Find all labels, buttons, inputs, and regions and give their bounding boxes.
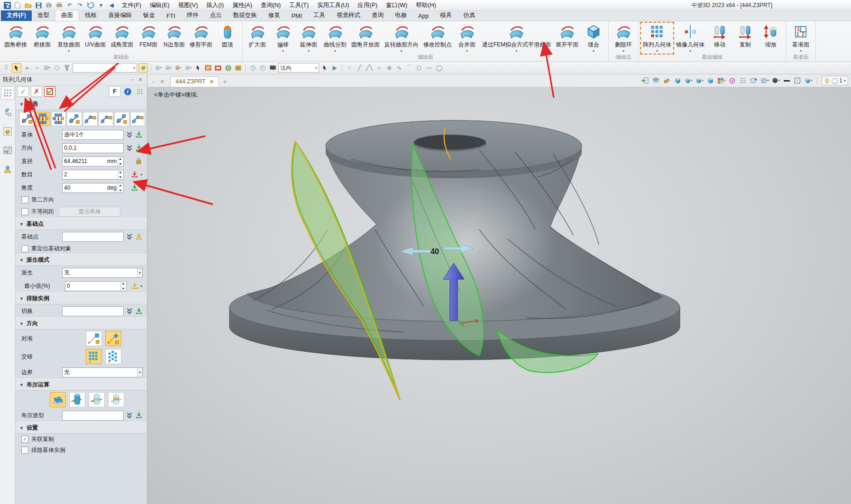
btn-trim-plane[interactable]: 修剪平面 (187, 22, 215, 54)
menu-view[interactable]: 视图(V) (174, 1, 202, 9)
angle-input[interactable] (63, 183, 107, 192)
second-direction-checkbox[interactable] (21, 196, 28, 203)
menu-window[interactable]: 窗口(W) (382, 1, 412, 9)
tab-pmi[interactable]: PMI (286, 12, 308, 21)
btn-datum-plane[interactable]: 基准面▾ (788, 22, 814, 54)
document-tab-close-icon[interactable]: ✕ (210, 79, 214, 85)
boolean-shape-pick-icon[interactable] (135, 412, 143, 419)
tab-point-cloud[interactable]: 点云 (204, 10, 228, 21)
base-field[interactable] (62, 130, 124, 140)
btn-curve-split[interactable]: 曲线分割▾ (321, 22, 349, 54)
associative-copy-checkbox[interactable]: ✓ (21, 436, 28, 443)
section-orientation[interactable]: ▼方向 (16, 318, 147, 330)
menu-utilities[interactable]: 实用工具(U) (313, 1, 353, 9)
diameter-input[interactable] (63, 157, 107, 166)
btn-fem-face[interactable]: FEM面 (136, 22, 161, 54)
angle-spinner[interactable] (118, 183, 123, 192)
line-icon[interactable]: ╱ (355, 64, 364, 72)
base-point-input[interactable] (63, 232, 123, 241)
regen-icon[interactable] (86, 1, 95, 9)
chevron-double-icon[interactable] (126, 412, 133, 419)
view-cube-icon[interactable] (674, 77, 682, 85)
count-caret[interactable]: ▾ (140, 173, 144, 177)
quickbar-caret-icon[interactable]: ▾ (97, 1, 105, 9)
panel-restore-icon[interactable]: ▫ (129, 77, 137, 82)
polygon-select-icon[interactable]: ⬡ (53, 64, 61, 72)
diameter-spinner[interactable] (118, 157, 123, 166)
btn-fillet-bridge[interactable]: 圆角桥接 (2, 22, 29, 54)
chain-icon[interactable]: ≣▾ (154, 64, 163, 72)
menu-help[interactable]: 帮助(H) (412, 1, 440, 9)
render-image-icon[interactable] (1, 144, 14, 156)
open-file-icon[interactable] (24, 1, 32, 9)
btn-copy[interactable]: 复制 (732, 22, 758, 54)
align-option-1[interactable] (86, 331, 102, 346)
boundary-input[interactable] (63, 368, 137, 377)
menu-edit[interactable]: 编辑(E) (146, 1, 174, 9)
tab-file[interactable]: 文件(F) (1, 10, 32, 21)
min-value-caret[interactable]: ▾ (140, 284, 144, 288)
chevron-double-icon[interactable] (126, 233, 133, 240)
shaded-cube-icon[interactable] (706, 77, 714, 85)
normal-combo[interactable]: 法向▾ (278, 63, 319, 73)
crosshair-circle-icon[interactable]: ⊕ (385, 64, 393, 72)
tab-fti[interactable]: FTI (161, 12, 181, 21)
cursor-icon[interactable] (194, 64, 202, 72)
eraser-icon[interactable] (663, 77, 671, 85)
play-icon[interactable]: ▶ (330, 64, 339, 72)
grid-options-icon[interactable] (135, 87, 145, 96)
pattern-type-circular[interactable] (35, 112, 50, 126)
tab-direct-edit[interactable]: 直接编辑 (102, 10, 137, 21)
part-box-icon[interactable] (1, 125, 14, 137)
min-value-input[interactable] (65, 282, 120, 291)
align-option-2[interactable] (105, 331, 121, 346)
boolean-remove[interactable] (89, 392, 105, 407)
diameter-field[interactable]: mm (62, 156, 124, 166)
palette-grid-icon[interactable]: ▾ (717, 77, 725, 85)
tab-electrode[interactable]: 电极 (389, 10, 412, 21)
tab-restore-icon[interactable]: ▫ (149, 79, 158, 87)
btn-angled-face[interactable]: 成角度面 (108, 22, 136, 54)
btn-merge-face[interactable]: 合并面▾ (454, 22, 480, 54)
tab-data-exchange[interactable]: 数据交换 (228, 10, 263, 21)
btn-sew[interactable]: 缝合▾ (581, 22, 606, 54)
remove-entity-icon[interactable]: − (33, 64, 41, 72)
tab-heal[interactable]: 修复 (263, 10, 286, 21)
tab-close-all-icon[interactable]: ✕ (158, 79, 166, 87)
clock-icon[interactable] (248, 64, 257, 72)
menu-file[interactable]: 文件(F) (118, 1, 146, 9)
wave-icon[interactable]: ∿ (395, 64, 403, 72)
tab-mold[interactable]: 模具 (434, 10, 458, 21)
menu-inquire[interactable]: 查询(N) (256, 1, 285, 9)
document-tab[interactable]: 444.Z3PRT ✕ (170, 76, 219, 87)
btn-reverse-face-direction[interactable]: 反转曲面方向▾ (382, 22, 421, 54)
boolean-shape-field[interactable] (62, 411, 124, 421)
wireframe-square-icon[interactable] (794, 77, 802, 85)
unequal-spacing-checkbox[interactable] (21, 208, 28, 215)
derive-combo[interactable]: ▾ (62, 268, 143, 278)
section-plane-icon[interactable] (750, 77, 758, 85)
light-selector[interactable]: ◯ 1 ▾ (822, 76, 848, 85)
print-preview-icon[interactable] (55, 1, 64, 9)
count-input[interactable] (63, 170, 118, 179)
boolean-none[interactable] (50, 392, 66, 407)
new-file-icon[interactable] (13, 1, 22, 9)
menu-apps[interactable]: 应用(P) (353, 1, 382, 9)
btn-extend-face[interactable]: 延伸面▾ (296, 22, 321, 54)
pattern-type-linear[interactable] (19, 112, 34, 126)
btn-fillet-open-face[interactable]: 圆角开放面 (349, 22, 382, 54)
angle-pick-icon[interactable] (131, 184, 138, 192)
toggle-pick-icon[interactable] (135, 307, 143, 315)
pattern-type-point-to-point[interactable] (51, 112, 66, 126)
pick-cursor-icon[interactable] (12, 63, 21, 73)
filter-funnel-icon[interactable] (63, 64, 71, 72)
angle-field[interactable]: deg (62, 183, 124, 193)
min-value-field[interactable] (65, 281, 127, 291)
pattern-type-at-curve[interactable] (99, 112, 113, 126)
tab-app[interactable]: App (412, 12, 434, 21)
direction-input[interactable] (63, 144, 123, 153)
layers-icon[interactable] (652, 77, 660, 85)
chevron-double-icon[interactable] (126, 307, 133, 315)
min-value-spinner[interactable] (120, 282, 126, 291)
count-pick-icon[interactable] (131, 171, 138, 178)
